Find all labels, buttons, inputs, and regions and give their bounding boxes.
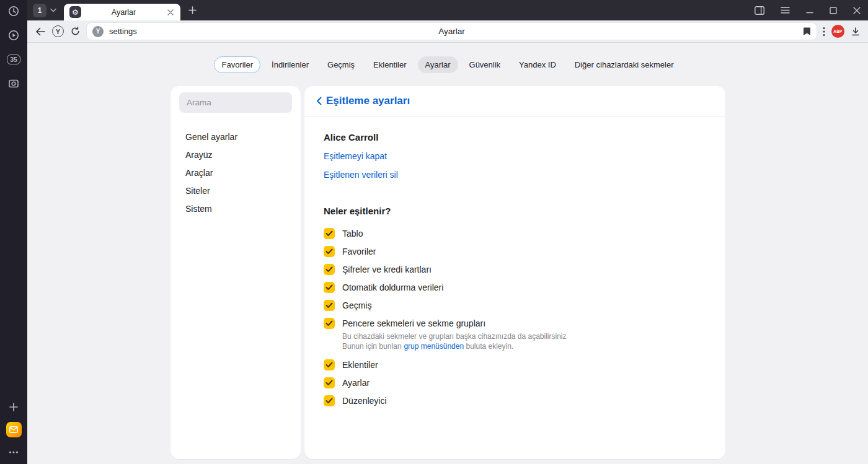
sidebar-item-arayuz[interactable]: Arayüz [179,146,292,164]
checkbox-checked-icon[interactable] [324,246,335,257]
sidebar-item-siteler[interactable]: Siteler [179,182,292,199]
side-panel-icon[interactable] [755,6,764,15]
sync-option-sifreler[interactable]: Şifreler ve kredi kartları [324,260,711,278]
sidebar-item-genel-ayarlar[interactable]: Genel ayarlar [179,128,292,146]
screenshot-icon[interactable] [7,77,20,90]
tab-stack-button[interactable]: 1 [33,4,46,17]
minimize-icon[interactable] [806,7,813,14]
group-menu-link[interactable]: grup menüsünden [404,342,464,351]
url-text: settings [109,27,137,36]
kebab-menu-icon[interactable] [823,27,825,37]
sidebar-item-araclar[interactable]: Araçlar [179,164,292,182]
window-controls [755,0,861,20]
sync-settings-card: Eşitleme ayarları Alice Carroll Eşitleme… [304,86,725,459]
settings-sidebar: Genel ayarlar Arayüz Araçlar Siteler Sis… [170,86,301,459]
tab-bar: 1 ⚙ Ayarlar [27,0,868,20]
sync-settings-header: Eşitleme ayarları [304,86,725,116]
checkbox-checked-icon[interactable] [324,318,335,329]
sync-option-label: Pencere sekmeleri ve sekme grupları [342,318,485,328]
checkbox-checked-icon[interactable] [324,228,335,239]
left-rail: 35 [0,0,27,464]
chevron-down-icon[interactable] [50,8,56,12]
checkbox-checked-icon[interactable] [324,300,335,311]
history-icon[interactable] [7,4,20,18]
new-tab-button[interactable] [188,6,197,15]
nav-tab-ayarlar[interactable]: Ayarlar [418,56,458,73]
yandex-mail-icon[interactable] [6,422,22,437]
settings-menu: Genel ayarlar Arayüz Araçlar Siteler Sis… [179,128,292,217]
description-line-1: Bu cihazdaki sekmeler ve grupları başka … [342,331,711,341]
sync-option-gecmis[interactable]: Geçmiş [324,296,711,314]
sync-option-label: Geçmiş [342,300,371,310]
tab-title: Ayarlar [81,8,166,17]
settings-gear-icon: ⚙ [69,6,81,18]
refresh-icon[interactable] [70,26,81,37]
sync-option-pencere-sekmeleri[interactable]: Pencere sekmeleri ve sekme grupları [324,314,711,332]
tab-close-icon[interactable] [166,8,175,17]
sync-option-otomatik-doldurma[interactable]: Otomatik doldurma verileri [324,278,711,296]
sync-option-favoriler[interactable]: Favoriler [324,242,711,260]
sync-option-tablo[interactable]: Tablo [324,224,711,242]
sync-option-label: Tablo [342,229,363,239]
address-bar[interactable]: Y settings Ayarlar [87,23,817,40]
browser-window: 35 1 [0,0,868,464]
settings-page: Favoriler İndirilenler Geçmiş Eklentiler… [27,43,868,464]
maximize-icon[interactable] [830,7,837,14]
sync-option-label: Otomatik doldurma verileri [342,282,443,292]
sync-option-label: Ayarlar [342,378,370,388]
checkbox-checked-icon[interactable] [324,264,335,275]
nav-tab-guvenlik[interactable]: Güvenlik [462,56,508,73]
settings-nav-tabs: Favoriler İndirilenler Geçmiş Eklentiler… [27,43,868,73]
more-options-icon[interactable] [7,445,20,459]
page-title: Ayarlar [438,27,465,36]
back-icon[interactable] [35,27,46,37]
close-window-icon[interactable] [853,7,861,14]
site-favicon: Y [92,26,104,37]
downloads-icon[interactable] [851,27,861,37]
nav-tab-eklentiler[interactable]: Eklentiler [366,56,414,73]
description-line-2: Bunun için bunları grup menüsünden bulut… [342,341,711,351]
browser-menu-icon[interactable] [781,7,790,14]
sync-option-ayarlar[interactable]: Ayarlar [324,374,711,392]
player-icon[interactable] [7,28,20,42]
delete-synced-data-link[interactable]: Eşitlenen verileri sil [324,170,711,180]
account-name: Alice Carroll [324,132,711,142]
checkbox-checked-icon[interactable] [324,395,335,406]
sync-option-duzenleyici[interactable]: Düzenleyici [324,392,711,409]
sync-option-label: Favoriler [342,247,376,256]
nav-tab-diger-cihazlar[interactable]: Diğer cihazlardaki sekmeler [567,56,681,73]
tab-counter-badge[interactable]: 35 [7,53,20,66]
disable-sync-link[interactable]: Eşitlemeyi kapat [324,151,711,161]
toolbar: Y Y settings Ayarlar ABP [27,20,868,43]
sidebar-item-sistem[interactable]: Sistem [179,199,292,217]
sync-items-section-title: Neler eşitlenir? [324,206,711,216]
sync-settings-title[interactable]: Eşitleme ayarları [326,95,410,107]
main-column: 1 ⚙ Ayarlar [27,0,868,464]
checkbox-checked-icon[interactable] [324,377,335,388]
bookmark-icon[interactable] [803,27,811,36]
yandex-button[interactable]: Y [52,25,64,37]
adblock-plus-badge[interactable]: ABP [831,25,844,38]
nav-tab-favoriler[interactable]: Favoriler [214,56,260,73]
sync-options-list: Tablo Favoriler Şifreler ve kredi kartla… [324,224,711,409]
sync-option-label: Eklentiler [342,360,378,370]
add-panel-icon[interactable] [7,400,20,414]
checkbox-checked-icon[interactable] [324,359,335,370]
settings-search-input[interactable] [179,92,292,113]
sync-option-label: Düzenleyici [342,396,387,406]
nav-tab-gecmis[interactable]: Geçmiş [320,56,362,73]
sync-option-description: Bu cihazdaki sekmeler ve grupları başka … [342,331,711,351]
back-chevron-icon[interactable] [316,97,322,105]
nav-tab-yandex-id[interactable]: Yandex ID [512,56,564,73]
nav-tab-indirilenler[interactable]: İndirilenler [264,56,316,73]
checkbox-checked-icon[interactable] [324,282,335,293]
sync-option-eklentiler[interactable]: Eklentiler [324,356,711,374]
sync-settings-body: Alice Carroll Eşitlemeyi kapat Eşitlenen… [304,116,725,409]
active-tab[interactable]: ⚙ Ayarlar [64,4,180,20]
sync-option-label: Şifreler ve kredi kartları [342,265,432,274]
tab-counter-value: 35 [7,55,20,65]
